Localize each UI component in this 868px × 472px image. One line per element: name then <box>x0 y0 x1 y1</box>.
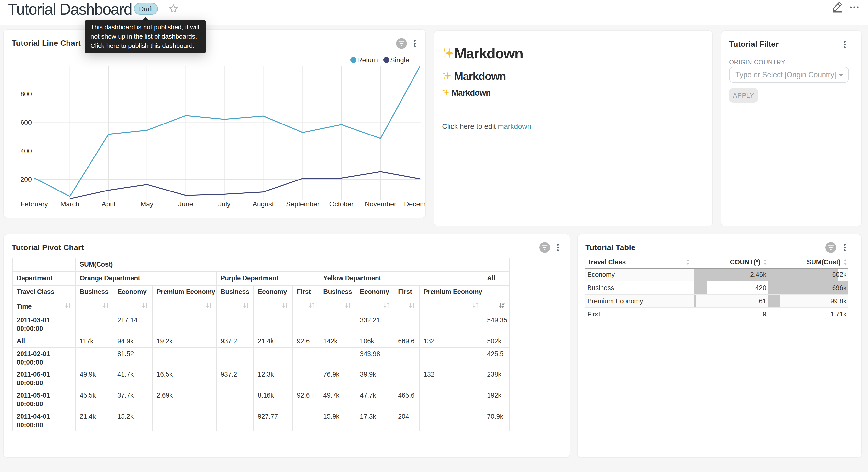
svg-text:Single: Single <box>390 56 409 64</box>
svg-text:December: December <box>404 200 426 208</box>
svg-text:600: 600 <box>20 119 32 126</box>
svg-text:October: October <box>329 200 354 208</box>
svg-text:May: May <box>141 200 153 208</box>
svg-text:200: 200 <box>20 176 32 183</box>
svg-text:September: September <box>286 200 319 208</box>
svg-text:February: February <box>21 200 48 208</box>
svg-text:Return: Return <box>357 56 378 64</box>
svg-text:November: November <box>365 200 396 208</box>
svg-text:August: August <box>253 200 274 208</box>
svg-text:July: July <box>218 200 230 208</box>
svg-text:400: 400 <box>20 147 32 155</box>
svg-text:March: March <box>60 200 80 208</box>
svg-text:800: 800 <box>20 90 32 98</box>
svg-text:April: April <box>102 200 115 208</box>
svg-text:June: June <box>178 200 193 208</box>
